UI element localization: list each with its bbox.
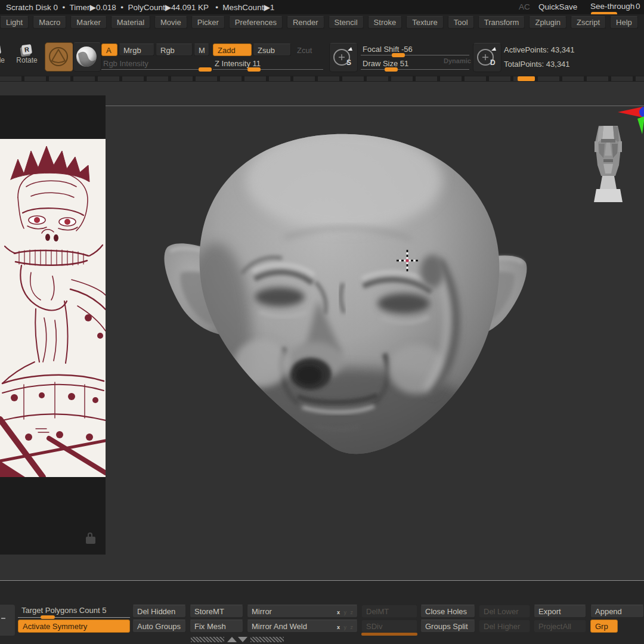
mirror-weld-axis-toggle[interactable]: x y z (337, 621, 354, 634)
zcut-button[interactable]: Zcut (292, 44, 321, 56)
menu-texture[interactable]: Texture (406, 16, 444, 29)
matcap-sphere-icon (73, 43, 100, 70)
see-through-value: 0 (636, 2, 640, 11)
storemt-button[interactable]: StoreMT (190, 605, 243, 618)
tray-divider-active-segment[interactable] (518, 76, 535, 81)
target-polygons-handle[interactable] (41, 615, 55, 619)
shelf-stub-dash (1, 618, 5, 619)
sdiv-slider-bar[interactable] (361, 633, 417, 636)
menu-bar: Light Macro Marker Material Movie Picker… (0, 14, 644, 30)
lock-icon[interactable] (86, 532, 95, 544)
zbrush-window: Scratch Disk 0 • Timer▶0.018 • PolyCount… (0, 0, 644, 644)
projectall-button[interactable]: ProjectAll (534, 620, 586, 633)
ac-indicator: AC (519, 2, 530, 11)
rgb-intensity-handle[interactable] (199, 67, 212, 72)
y-axis-arrow-icon (637, 116, 644, 134)
tool-preview-head[interactable] (594, 126, 623, 202)
rotate-mode-button[interactable]: R Rotate (13, 44, 41, 64)
menu-render[interactable]: Render (287, 16, 324, 29)
mrgb-button[interactable]: Mrgb (119, 44, 154, 56)
menu-zplugin[interactable]: Zplugin (529, 16, 566, 29)
menu-preferences[interactable]: Preferences (229, 16, 283, 29)
export-button[interactable]: Export (534, 605, 586, 618)
status-bar: Scratch Disk 0 • Timer▶0.018 • PolyCount… (0, 0, 644, 14)
mirror-button[interactable]: Mirror x y z (247, 605, 358, 618)
top-shelf: S Scale R Rotate (0, 30, 644, 76)
concept-sketch-image (0, 139, 106, 477)
bottom-shelf: Target Polygons Count 5 Activate Symmetr… (0, 581, 644, 644)
document-canvas[interactable] (0, 82, 644, 580)
menu-macro[interactable]: Macro (33, 16, 66, 29)
stroke-picker-button[interactable]: S (329, 43, 358, 72)
activate-symmetry-button[interactable]: Activate Symmetry (18, 620, 130, 633)
menu-transform[interactable]: Transform (478, 16, 525, 29)
scale-mode-button[interactable]: S Scale (0, 44, 10, 64)
draw-mode-button[interactable]: D (473, 43, 501, 72)
fix-mesh-button[interactable]: Fix Mesh (190, 620, 243, 633)
mirror-and-weld-button[interactable]: Mirror And Weld x y z (247, 620, 358, 633)
a-button[interactable]: A (101, 44, 117, 56)
rgb-button[interactable]: Rgb (156, 44, 193, 56)
x-axis-arrow-icon (618, 107, 643, 117)
del-lower-button[interactable]: Del Lower (479, 605, 530, 618)
target-polygons-slider[interactable]: Target Polygons Count 5 (18, 605, 130, 618)
scroll-down-icon[interactable] (238, 637, 247, 642)
append-button[interactable]: Append (590, 605, 644, 618)
menu-help[interactable]: Help (610, 16, 638, 29)
status-info: Scratch Disk 0 • Timer▶0.018 • PolyCount… (6, 2, 274, 12)
dynamic-toggle[interactable]: Dynamic (444, 57, 471, 64)
focal-shift-handle[interactable] (392, 53, 405, 57)
current-material-button[interactable] (73, 42, 101, 72)
zadd-button[interactable]: Zadd (213, 44, 252, 56)
menu-material[interactable]: Material (111, 16, 150, 29)
menu-picker[interactable]: Picker (191, 16, 225, 29)
reference-sketch (0, 139, 106, 477)
scroll-up-icon[interactable] (227, 637, 237, 642)
axis-gizmo (618, 107, 644, 134)
menu-tool[interactable]: Tool (448, 16, 474, 29)
menu-movie[interactable]: Movie (154, 16, 187, 29)
z-intensity-slider[interactable]: Z Intensity 11 (213, 58, 323, 71)
see-through-slider[interactable]: See-through (590, 2, 634, 11)
menu-stencil[interactable]: Stencil (329, 16, 364, 29)
z-intensity-handle[interactable] (247, 67, 261, 72)
groups-split-button[interactable]: Groups Split (420, 620, 475, 633)
svg-text:D: D (490, 58, 496, 67)
m-button[interactable]: M (194, 44, 209, 56)
draw-size-handle[interactable] (385, 67, 398, 72)
close-holes-button[interactable]: Close Holes (420, 605, 475, 618)
stroke-icon: S (330, 44, 356, 70)
canvas-top-border (106, 106, 644, 106)
quicksave-button[interactable]: QuickSave (538, 2, 577, 11)
del-hidden-button[interactable]: Del Hidden (132, 605, 186, 618)
menu-stroke[interactable]: Stroke (368, 16, 402, 29)
focal-shift-slider[interactable]: Focal Shift -56 (361, 44, 469, 57)
rotate-icon: R (21, 44, 32, 55)
menu-marker[interactable]: Marker (70, 16, 106, 29)
grp-button[interactable]: Grp (590, 620, 618, 633)
mirror-axis-toggle[interactable]: x y z (337, 606, 354, 619)
scale-icon: S (0, 44, 1, 55)
tray-divider[interactable] (0, 76, 644, 82)
del-higher-button[interactable]: Del Higher (479, 620, 530, 633)
sculpt-viewport[interactable] (106, 82, 644, 580)
total-points-readout: TotalPoints: 43,341 (504, 60, 570, 69)
reference-panel (0, 95, 106, 555)
auto-groups-button[interactable]: Auto Groups (132, 620, 186, 633)
shelf-stub-button[interactable] (0, 604, 16, 636)
active-points-readout: ActivePoints: 43,341 (504, 45, 575, 54)
current-brush-button[interactable] (45, 42, 73, 72)
menu-zscript[interactable]: Zscript (571, 16, 606, 29)
shelf-scrollbar-right[interactable] (250, 637, 284, 642)
rgb-intensity-slider[interactable]: Rgb Intensity (101, 58, 212, 71)
svg-text:S: S (346, 58, 351, 67)
delmt-button[interactable]: DelMT (361, 605, 417, 618)
menu-light[interactable]: Light (0, 16, 29, 29)
draw-icon: D (473, 44, 500, 70)
zsub-button[interactable]: Zsub (253, 44, 291, 56)
standard-brush-icon (45, 43, 72, 70)
shelf-scrollbar-left[interactable] (191, 637, 224, 642)
sdiv-slider[interactable]: SDiv (361, 620, 417, 633)
